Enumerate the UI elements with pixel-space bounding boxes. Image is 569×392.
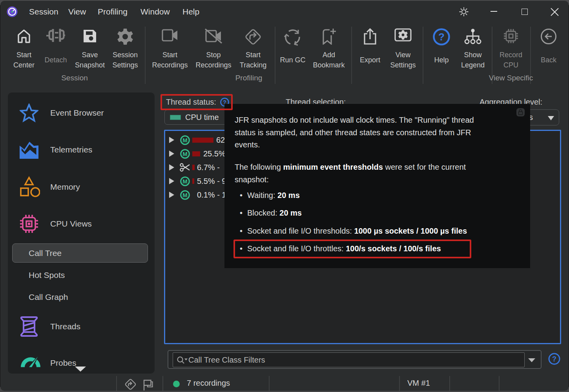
svg-text:M: M — [182, 192, 188, 198]
svg-text:?: ? — [438, 31, 445, 43]
svg-text:?: ? — [552, 355, 556, 363]
svg-text:M: M — [182, 137, 188, 143]
svg-text:M: M — [182, 178, 188, 185]
svg-text:M: M — [182, 151, 188, 157]
